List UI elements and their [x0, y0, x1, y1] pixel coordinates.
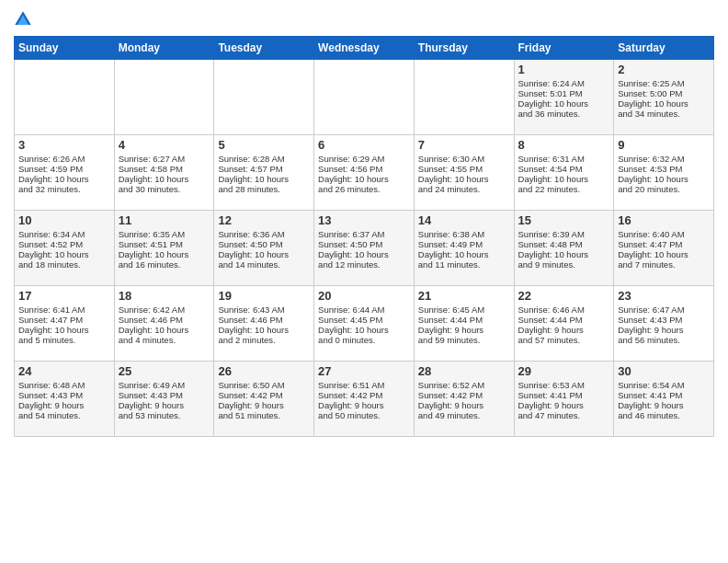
- day-info: and 59 minutes.: [418, 335, 510, 345]
- day-info: Sunrise: 6:31 AM: [518, 154, 610, 164]
- day-info: Daylight: 10 hours: [518, 249, 610, 259]
- page-container: SundayMondayTuesdayWednesdayThursdayFrid…: [0, 0, 728, 446]
- column-header-sunday: Sunday: [15, 37, 115, 60]
- week-row-3: 10Sunrise: 6:34 AMSunset: 4:52 PMDayligh…: [15, 211, 714, 286]
- day-info: Sunset: 4:44 PM: [418, 315, 510, 325]
- day-cell: 29Sunrise: 6:53 AMSunset: 4:41 PMDayligh…: [514, 362, 614, 437]
- day-info: Sunrise: 6:51 AM: [318, 380, 410, 390]
- day-info: Sunset: 4:53 PM: [618, 164, 710, 174]
- day-info: Sunrise: 6:37 AM: [318, 229, 410, 239]
- day-info: and 47 minutes.: [518, 410, 610, 420]
- day-info: and 56 minutes.: [618, 335, 710, 345]
- day-info: Sunrise: 6:25 AM: [618, 78, 710, 88]
- day-info: Sunset: 4:59 PM: [18, 164, 110, 174]
- day-info: Sunset: 4:56 PM: [318, 164, 410, 174]
- day-info: Sunrise: 6:48 AM: [18, 380, 110, 390]
- day-info: Daylight: 10 hours: [618, 98, 710, 109]
- day-info: and 50 minutes.: [318, 410, 410, 420]
- day-number: 13: [318, 213, 410, 227]
- day-cell: 4Sunrise: 6:27 AMSunset: 4:58 PMDaylight…: [114, 135, 214, 211]
- day-info: and 57 minutes.: [518, 335, 610, 345]
- day-info: Daylight: 9 hours: [418, 400, 510, 410]
- day-info: Sunset: 4:43 PM: [119, 390, 210, 400]
- day-info: Sunrise: 6:34 AM: [18, 229, 110, 239]
- day-number: 19: [218, 289, 310, 303]
- week-row-1: 1Sunrise: 6:24 AMSunset: 5:01 PMDaylight…: [15, 60, 714, 135]
- day-number: 23: [618, 289, 710, 303]
- day-number: 20: [318, 289, 410, 303]
- day-info: Sunrise: 6:43 AM: [218, 304, 310, 315]
- day-info: Sunrise: 6:50 AM: [218, 380, 310, 390]
- day-info: Daylight: 9 hours: [418, 325, 510, 335]
- day-number: 9: [618, 138, 710, 152]
- day-cell: 27Sunrise: 6:51 AMSunset: 4:42 PMDayligh…: [314, 362, 415, 437]
- day-info: and 11 minutes.: [418, 259, 510, 270]
- day-number: 5: [218, 138, 310, 152]
- day-info: Sunset: 4:43 PM: [18, 390, 110, 400]
- day-number: 27: [318, 364, 410, 378]
- day-info: Sunrise: 6:30 AM: [418, 154, 510, 164]
- week-row-4: 17Sunrise: 6:41 AMSunset: 4:47 PMDayligh…: [15, 286, 714, 362]
- day-number: 14: [418, 213, 510, 227]
- day-cell: 10Sunrise: 6:34 AMSunset: 4:52 PMDayligh…: [15, 211, 115, 286]
- day-number: 2: [618, 63, 710, 76]
- day-info: Sunset: 4:46 PM: [218, 315, 310, 325]
- day-info: Sunset: 4:44 PM: [518, 315, 610, 325]
- day-cell: 20Sunrise: 6:44 AMSunset: 4:45 PMDayligh…: [314, 286, 415, 362]
- column-header-tuesday: Tuesday: [214, 37, 314, 60]
- day-info: Sunset: 4:43 PM: [618, 315, 710, 325]
- day-info: Sunset: 4:42 PM: [418, 390, 510, 400]
- day-number: 11: [119, 213, 210, 227]
- day-info: Sunset: 4:41 PM: [518, 390, 610, 400]
- day-cell: 13Sunrise: 6:37 AMSunset: 4:50 PMDayligh…: [314, 211, 415, 286]
- day-number: 18: [119, 289, 210, 303]
- day-info: Daylight: 10 hours: [518, 98, 610, 109]
- day-info: Daylight: 10 hours: [18, 325, 110, 335]
- day-info: Daylight: 10 hours: [618, 249, 710, 259]
- column-header-wednesday: Wednesday: [314, 37, 415, 60]
- day-info: Sunset: 4:41 PM: [618, 390, 710, 400]
- day-info: Daylight: 9 hours: [618, 400, 710, 410]
- day-number: 1: [518, 63, 610, 76]
- day-cell: 22Sunrise: 6:46 AMSunset: 4:44 PMDayligh…: [514, 286, 614, 362]
- day-info: and 26 minutes.: [318, 184, 410, 194]
- day-cell: 26Sunrise: 6:50 AMSunset: 4:42 PMDayligh…: [214, 362, 314, 437]
- day-info: and 18 minutes.: [18, 259, 110, 270]
- day-info: Daylight: 10 hours: [18, 174, 110, 184]
- day-info: Sunset: 4:55 PM: [418, 164, 510, 174]
- day-info: Sunset: 4:54 PM: [518, 164, 610, 174]
- day-info: Daylight: 9 hours: [318, 400, 410, 410]
- day-cell: 6Sunrise: 6:29 AMSunset: 4:56 PMDaylight…: [314, 135, 415, 211]
- day-cell: 1Sunrise: 6:24 AMSunset: 5:01 PMDaylight…: [514, 60, 614, 135]
- day-info: Daylight: 10 hours: [119, 325, 210, 335]
- day-info: Daylight: 9 hours: [218, 400, 310, 410]
- day-info: Sunset: 4:51 PM: [119, 239, 210, 249]
- day-info: Sunrise: 6:38 AM: [418, 229, 510, 239]
- day-number: 26: [218, 364, 310, 378]
- day-info: Sunset: 4:49 PM: [418, 239, 510, 249]
- day-info: and 30 minutes.: [119, 184, 210, 194]
- day-info: Sunrise: 6:40 AM: [618, 229, 710, 239]
- day-info: Daylight: 10 hours: [418, 174, 510, 184]
- day-cell: 12Sunrise: 6:36 AMSunset: 4:50 PMDayligh…: [214, 211, 314, 286]
- day-info: and 51 minutes.: [218, 410, 310, 420]
- day-info: Sunset: 4:46 PM: [119, 315, 210, 325]
- day-info: and 5 minutes.: [18, 335, 110, 345]
- day-number: 16: [618, 213, 710, 227]
- day-info: Sunset: 4:47 PM: [618, 239, 710, 249]
- day-cell: 16Sunrise: 6:40 AMSunset: 4:47 PMDayligh…: [614, 211, 714, 286]
- day-info: Sunrise: 6:35 AM: [119, 229, 210, 239]
- day-number: 3: [18, 138, 110, 152]
- day-info: Daylight: 10 hours: [119, 249, 210, 259]
- day-cell: 11Sunrise: 6:35 AMSunset: 4:51 PMDayligh…: [114, 211, 214, 286]
- day-cell: 9Sunrise: 6:32 AMSunset: 4:53 PMDaylight…: [614, 135, 714, 211]
- day-number: 12: [218, 213, 310, 227]
- day-info: Sunset: 4:47 PM: [18, 315, 110, 325]
- day-info: Sunrise: 6:32 AM: [618, 154, 710, 164]
- day-info: Sunrise: 6:52 AM: [418, 380, 510, 390]
- day-cell: 28Sunrise: 6:52 AMSunset: 4:42 PMDayligh…: [414, 362, 514, 437]
- day-info: and 22 minutes.: [518, 184, 610, 194]
- day-info: Daylight: 10 hours: [218, 325, 310, 335]
- day-info: Daylight: 10 hours: [18, 249, 110, 259]
- day-info: Sunset: 4:52 PM: [18, 239, 110, 249]
